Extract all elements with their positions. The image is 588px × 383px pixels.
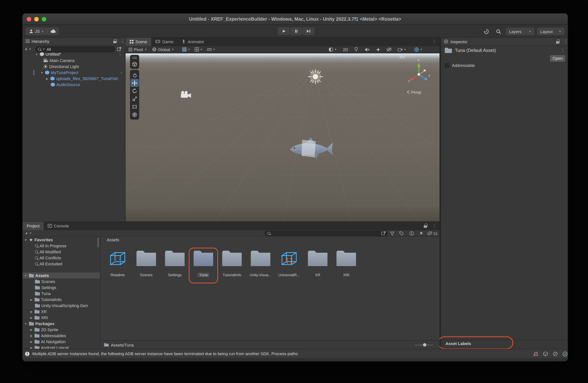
hierarchy-header[interactable]: Hierarchy ⋮ bbox=[22, 38, 125, 45]
asset-item-xr[interactable] bbox=[303, 251, 332, 266]
hierarchy-options-icon[interactable] bbox=[117, 47, 122, 51]
create-object-button[interactable]: +▼ bbox=[25, 46, 35, 52]
tree-item-scenes[interactable]: Scenes bbox=[35, 279, 55, 284]
favorites-item[interactable]: All Conflicts bbox=[35, 255, 61, 261]
panel-divider[interactable] bbox=[440, 38, 441, 349]
asset-item-universalrp[interactable]: { } bbox=[275, 251, 303, 267]
scale-tool-button[interactable] bbox=[130, 95, 139, 103]
inspector-header[interactable]: Inspector ⋮ bbox=[441, 38, 568, 46]
package-status-icon[interactable] bbox=[543, 351, 548, 356]
label-tag-icon[interactable] bbox=[399, 231, 404, 236]
project-menu-icon[interactable]: ⋮ bbox=[432, 223, 437, 228]
hierarchy-row-mytunaproject[interactable]: ▼ MyTunaProject › bbox=[40, 70, 125, 76]
hierarchy-row-uploads-prefab[interactable]: ▶ uploads_files_3829667_TunaFish bbox=[45, 76, 125, 81]
tab-game[interactable]: Game bbox=[151, 38, 177, 46]
move-tool-button[interactable] bbox=[130, 79, 139, 87]
asset-item-xri[interactable] bbox=[332, 251, 360, 266]
asset-item-scenes[interactable] bbox=[132, 251, 161, 266]
hierarchy-row-audiosource[interactable]: AudioSource bbox=[51, 81, 80, 88]
tree-scrollbar-thumb[interactable] bbox=[97, 238, 99, 247]
hierarchy-menu-icon[interactable]: ⋮ bbox=[121, 39, 125, 44]
overlay-grip-handle[interactable] bbox=[130, 56, 139, 60]
toggle-2d-button[interactable]: 2D bbox=[343, 47, 348, 52]
favorites-root[interactable]: ▼ ★ Favorites bbox=[24, 237, 53, 243]
tab-console[interactable]: Console bbox=[44, 222, 73, 230]
scene-camera-dropdown[interactable]: ▼ bbox=[398, 48, 406, 51]
row-menu-icon[interactable]: ⋮ bbox=[118, 52, 122, 57]
global-dropdown[interactable]: Global ▼ bbox=[152, 47, 174, 52]
hand-tool-button[interactable] bbox=[130, 71, 139, 79]
shading-mode-dropdown[interactable]: ▼ bbox=[329, 47, 337, 52]
snap-increment-dropdown[interactable]: ▼ bbox=[195, 47, 203, 52]
rotate-tool-button[interactable] bbox=[130, 87, 139, 95]
mute-notifications-icon[interactable] bbox=[533, 351, 538, 356]
alert-icon[interactable] bbox=[409, 231, 414, 236]
tree-item-tutorialinfo[interactable]: ▶TutorialInfo bbox=[30, 297, 62, 302]
gizmos-dropdown[interactable]: ▼ bbox=[414, 47, 422, 52]
layers-dropdown[interactable]: Layers ▼ bbox=[506, 28, 534, 35]
scene-viewport[interactable]: x y z Persp bbox=[126, 53, 440, 222]
view-tool-button[interactable] bbox=[130, 60, 139, 68]
create-asset-button[interactable]: +▼ bbox=[25, 230, 32, 236]
favorite-star-icon[interactable]: ★ bbox=[419, 230, 423, 236]
open-asset-button[interactable]: Open bbox=[550, 55, 565, 62]
transform-tool-button[interactable] bbox=[130, 110, 139, 118]
tree-item-addressables[interactable]: ▶Addressables bbox=[30, 333, 66, 339]
tab-scene[interactable]: Scene bbox=[126, 38, 151, 46]
play-button[interactable] bbox=[278, 27, 290, 35]
cloud-button[interactable] bbox=[47, 27, 59, 35]
status-message[interactable]: Multiple ADB server instances found, the… bbox=[32, 351, 299, 356]
tab-animator[interactable]: Animator bbox=[177, 38, 208, 46]
lock-icon[interactable] bbox=[113, 39, 117, 43]
prefab-open-arrow-icon[interactable]: › bbox=[121, 70, 122, 75]
open-in-new-icon[interactable] bbox=[381, 231, 386, 236]
breadcrumb[interactable]: Assets/Tuna bbox=[111, 343, 134, 347]
layout-dropdown[interactable]: Layout ▼ bbox=[537, 28, 564, 35]
step-button[interactable] bbox=[303, 27, 314, 35]
inspector-menu-icon[interactable]: ⋮ bbox=[564, 39, 568, 44]
scene-tab-menu-icon[interactable]: ⋮ bbox=[432, 39, 440, 44]
hierarchy-row-directional-light[interactable]: Directional Light bbox=[43, 63, 79, 70]
tree-item-ai-navigation[interactable]: ▶AI Navigation bbox=[30, 339, 66, 345]
scene-effects-icon[interactable] bbox=[376, 47, 380, 52]
packages-root[interactable]: ▼ Packages bbox=[24, 321, 55, 327]
search-button[interactable] bbox=[496, 29, 501, 34]
hierarchy-row-scene[interactable]: ▼ Untitled* ⋮ bbox=[35, 51, 125, 57]
asset-item-settings[interactable] bbox=[161, 251, 189, 266]
persp-label[interactable]: Persp bbox=[411, 90, 421, 94]
pivot-dropdown[interactable]: Pivot ▼ bbox=[128, 47, 147, 52]
cache-status-icon[interactable] bbox=[553, 351, 558, 356]
addressable-checkbox[interactable] bbox=[445, 63, 449, 68]
search-by-type-icon[interactable] bbox=[390, 231, 394, 236]
tree-item-tuna[interactable]: Tuna bbox=[35, 291, 51, 297]
tree-item-xr[interactable]: ▶XR bbox=[30, 309, 47, 315]
rect-tool-button[interactable] bbox=[130, 103, 139, 110]
grid-snap-dropdown[interactable]: ▼ bbox=[182, 47, 190, 52]
favorites-item[interactable]: All Excluded bbox=[35, 261, 62, 267]
scene-lighting-icon[interactable] bbox=[354, 47, 358, 52]
asset-item-unity-visualscripting[interactable] bbox=[246, 251, 275, 266]
tree-item-xri[interactable]: ▶XRI bbox=[30, 315, 48, 321]
orientation-gizmo[interactable]: x y z Persp bbox=[407, 58, 430, 94]
pause-button[interactable] bbox=[290, 27, 302, 35]
overlay-grip-icon[interactable] bbox=[400, 56, 405, 58]
asset-item-tutorialinfo[interactable] bbox=[218, 251, 246, 266]
favorites-item[interactable]: All In Progress bbox=[35, 243, 66, 249]
favorites-item[interactable]: All Modified bbox=[35, 249, 61, 255]
account-button[interactable]: JS ▼ bbox=[25, 27, 47, 35]
asset-item-readme[interactable]: { } bbox=[103, 251, 132, 267]
snap-settings-dropdown[interactable]: ▼ bbox=[207, 48, 215, 51]
hidden-count-toggle[interactable]: 51 bbox=[427, 231, 438, 236]
undo-history-button[interactable] bbox=[483, 29, 489, 34]
tree-item-2d-sprite[interactable]: ▶2D Sprite bbox=[30, 327, 58, 333]
asset-menu-icon[interactable]: ⋮ bbox=[561, 48, 565, 53]
scene-visibility-icon[interactable] bbox=[386, 47, 392, 52]
hierarchy-row-main-camera[interactable]: Main Camera bbox=[43, 58, 74, 63]
tree-item-android-logcat[interactable]: ▶Android Logcat bbox=[30, 345, 69, 349]
asset-item-tuna[interactable] bbox=[189, 251, 218, 266]
assets-root[interactable]: ▼ Assets bbox=[24, 273, 49, 279]
asset-labels-heading[interactable]: Asset Labels bbox=[445, 341, 471, 346]
tab-project[interactable]: Project bbox=[22, 222, 44, 230]
lock-icon[interactable] bbox=[556, 40, 559, 44]
scene-audio-mute-icon[interactable] bbox=[365, 47, 370, 52]
